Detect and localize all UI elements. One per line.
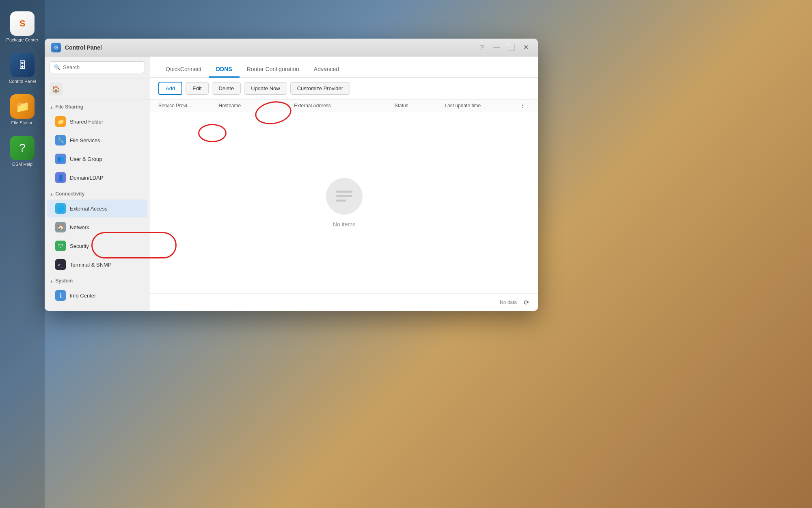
footer: No data ⟳ (150, 293, 538, 311)
no-data-label: No data (500, 300, 517, 305)
refresh-button[interactable]: ⟳ (521, 297, 531, 308)
file-services-icon: 🔧 (55, 135, 66, 145)
help-button[interactable]: ? (476, 42, 488, 53)
sidebar-item-label-network: Network (70, 224, 89, 230)
dock-label-dsm-help: DSM Help (12, 162, 32, 167)
search-icon: 🔍 (54, 64, 60, 70)
table-header: Service Provi... Hostname External Addre… (150, 100, 538, 112)
external-access-icon: 🌐 (55, 203, 66, 214)
tab-bar: QuickConnect DDNS Router Configuration A… (150, 56, 538, 78)
domain-ldap-icon: 👤 (55, 172, 66, 183)
window-body: 🔍 🏠 ▲ File Sharing 📁 Shared Folder (45, 56, 538, 311)
dock-item-package-center[interactable]: S Package Center (3, 8, 42, 46)
security-icon: 🛡 (55, 241, 66, 251)
add-button[interactable]: Add (158, 82, 182, 95)
sidebar-item-external-access[interactable]: 🌐 External Access (47, 200, 147, 217)
sidebar-item-label-shared-folder: Shared Folder (70, 119, 103, 125)
sidebar: 🔍 🏠 ▲ File Sharing 📁 Shared Folder (45, 56, 150, 311)
chevron-connectivity: ▲ (50, 192, 54, 196)
tab-ddns[interactable]: DDNS (209, 62, 240, 78)
user-group-icon: 👥 (55, 154, 66, 164)
sidebar-item-label-external-access: External Access (70, 206, 108, 212)
refresh-icon: ⟳ (524, 299, 529, 306)
package-center-icon: S (10, 11, 35, 36)
home-icon: 🏠 (50, 82, 63, 96)
section-connectivity-header[interactable]: ▲ Connectivity (45, 187, 150, 199)
sidebar-item-label-terminal-snmp: Terminal & SNMP (70, 262, 112, 268)
section-file-sharing-header[interactable]: ▲ File Sharing (45, 100, 150, 112)
sidebar-item-label-domain-ldap: Domain/LDAP (70, 175, 103, 181)
titlebar-icon: ⚙ (51, 43, 61, 52)
dock: S Package Center 🎛 Control Panel 📁 File … (0, 0, 45, 508)
sidebar-item-network[interactable]: 🏠 Network (47, 218, 147, 236)
dock-label-control-panel: Control Panel (9, 79, 36, 84)
main-content: QuickConnect DDNS Router Configuration A… (150, 56, 538, 311)
section-file-sharing-label: File Sharing (55, 104, 145, 110)
ddns-table: Service Provi... Hostname External Addre… (150, 100, 538, 293)
empty-state: No items (326, 178, 363, 228)
tab-quickconnect[interactable]: QuickConnect (158, 62, 209, 78)
dsm-help-icon: ? (10, 136, 35, 160)
sidebar-item-domain-ldap[interactable]: 👤 Domain/LDAP (47, 169, 147, 187)
search-box[interactable]: 🔍 (50, 61, 145, 73)
dock-label-file-station: File Station (11, 120, 33, 125)
desktop: S Package Center 🎛 Control Panel 📁 File … (0, 0, 812, 508)
col-header-hostname: Hostname (219, 103, 294, 109)
titlebar-controls: ? — ⬜ ✕ (476, 42, 531, 53)
col-header-menu: ⋮ (520, 103, 530, 109)
shared-folder-icon: 📁 (55, 116, 66, 127)
sidebar-item-user-group[interactable]: 👥 User & Group (47, 150, 147, 168)
col-header-last-update: Last update time (445, 103, 520, 109)
dock-item-control-panel[interactable]: 🎛 Control Panel (6, 50, 39, 87)
window-title: Control Panel (65, 44, 476, 51)
control-panel-window: ⚙ Control Panel ? — ⬜ ✕ 🔍 (45, 39, 538, 311)
sidebar-item-label-security: Security (70, 243, 89, 249)
col-header-external-address: External Address (294, 103, 395, 109)
customize-provider-button[interactable]: Customize Provider (290, 82, 350, 95)
table-body: No items (150, 112, 538, 293)
sidebar-item-shared-folder[interactable]: 📁 Shared Folder (47, 113, 147, 130)
minimize-button[interactable]: — (491, 42, 502, 53)
control-panel-dock-icon: 🎛 (10, 53, 35, 77)
svg-rect-2 (336, 200, 346, 202)
sidebar-search-container: 🔍 (45, 56, 150, 78)
chevron-file-sharing: ▲ (50, 105, 54, 109)
sidebar-item-info-center[interactable]: ℹ Info Center (47, 287, 147, 304)
sidebar-item-terminal-snmp[interactable]: >_ Terminal & SNMP (47, 256, 147, 274)
toolbar: Add Edit Delete Update Now Customize Pro… (150, 78, 538, 100)
dock-item-file-station[interactable]: 📁 File Station (7, 91, 38, 128)
empty-icon (326, 178, 363, 215)
section-connectivity-label: Connectivity (55, 191, 145, 197)
section-system-label: System (55, 278, 145, 284)
sidebar-item-file-services[interactable]: 🔧 File Services (47, 131, 147, 149)
section-system-header[interactable]: ▲ System (45, 274, 150, 286)
tab-router-configuration[interactable]: Router Configuration (240, 62, 307, 78)
sidebar-item-label-user-group: User & Group (70, 156, 102, 162)
chevron-system: ▲ (50, 279, 54, 283)
search-input[interactable] (63, 64, 140, 70)
col-header-service-provider: Service Provi... (158, 103, 219, 109)
tab-advanced[interactable]: Advanced (307, 62, 346, 78)
sidebar-home-button[interactable]: 🏠 (45, 78, 150, 100)
delete-button[interactable]: Delete (212, 82, 241, 95)
dock-label-package-center: Package Center (6, 37, 39, 42)
info-center-icon: ℹ (55, 290, 66, 301)
empty-label: No items (333, 221, 355, 228)
network-icon: 🏠 (55, 222, 66, 232)
terminal-snmp-icon: >_ (55, 259, 66, 270)
sidebar-item-security[interactable]: 🛡 Security (47, 237, 147, 255)
sidebar-item-label-info-center: Info Center (70, 293, 96, 299)
col-header-status: Status (395, 103, 445, 109)
edit-button[interactable]: Edit (186, 82, 208, 95)
titlebar: ⚙ Control Panel ? — ⬜ ✕ (45, 39, 538, 56)
file-station-icon: 📁 (10, 94, 35, 119)
dock-item-dsm-help[interactable]: ? DSM Help (7, 132, 38, 170)
maximize-button[interactable]: ⬜ (505, 42, 517, 53)
svg-rect-0 (336, 191, 352, 193)
sidebar-item-label-file-services: File Services (70, 137, 100, 143)
svg-rect-1 (336, 195, 352, 197)
update-now-button[interactable]: Update Now (244, 82, 287, 95)
close-button[interactable]: ✕ (520, 42, 531, 53)
